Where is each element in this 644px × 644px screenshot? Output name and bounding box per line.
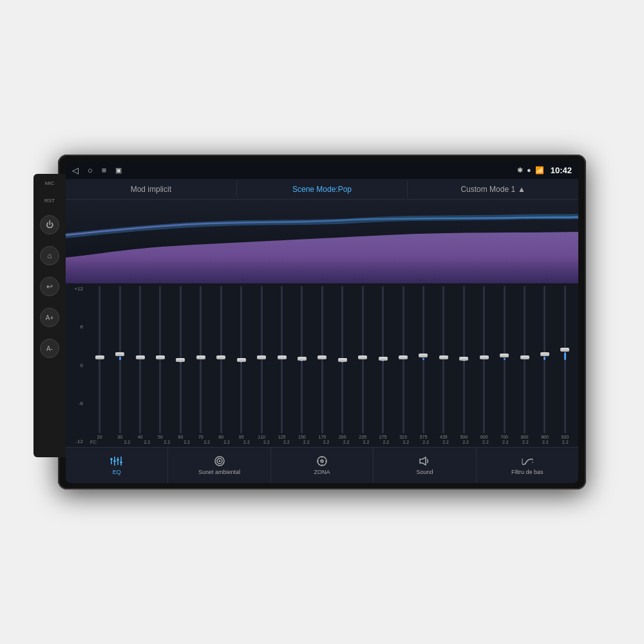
slider-track-375[interactable]	[422, 286, 424, 433]
slider-col-150[interactable]	[292, 286, 311, 433]
slider-handle-700[interactable]	[500, 354, 509, 357]
slider-col-40[interactable]	[131, 286, 149, 433]
slider-track-315[interactable]	[402, 286, 404, 433]
slider-handle-235[interactable]	[358, 355, 367, 359]
slider-col-20[interactable]	[90, 286, 109, 433]
slider-col-860[interactable]	[535, 286, 554, 433]
slider-col-60[interactable]	[171, 286, 190, 433]
vol-up-button[interactable]: A+	[40, 308, 59, 327]
slider-handle-175[interactable]	[317, 355, 327, 359]
slider-col-315[interactable]	[393, 286, 412, 433]
slider-col-235[interactable]	[353, 286, 372, 433]
freq-label-40: 40	[131, 435, 149, 439]
slider-track-920[interactable]	[564, 286, 566, 433]
slider-col-80[interactable]	[212, 286, 231, 433]
slider-handle-70[interactable]	[196, 355, 205, 359]
slider-handle-800[interactable]	[520, 355, 529, 359]
slider-handle-435[interactable]	[439, 355, 448, 359]
slider-col-95[interactable]	[232, 286, 251, 433]
slider-track-80[interactable]	[220, 286, 222, 433]
slider-handle-110[interactable]	[257, 355, 266, 359]
tab-scene-mode[interactable]: Scene Mode:Pop	[237, 181, 408, 198]
slider-col-500[interactable]	[455, 286, 473, 433]
slider-track-70[interactable]	[200, 286, 202, 433]
slider-track-700[interactable]	[504, 286, 506, 433]
nav-zona[interactable]: ZONA	[271, 448, 374, 483]
slider-handle-50[interactable]	[156, 355, 165, 359]
slider-track-275[interactable]	[382, 286, 384, 433]
slider-track-110[interactable]	[261, 286, 263, 433]
slider-col-800[interactable]	[515, 286, 534, 433]
slider-col-700[interactable]	[495, 286, 513, 433]
menu-icon[interactable]: ≡	[102, 166, 107, 175]
slider-col-110[interactable]	[252, 286, 270, 433]
db-label-neg12: -12	[67, 439, 85, 444]
slider-handle-500[interactable]	[459, 357, 468, 361]
q-label-700: 2.2	[496, 440, 515, 444]
svg-point-13	[321, 460, 323, 462]
slider-track-600[interactable]	[483, 286, 485, 433]
slider-handle-275[interactable]	[379, 357, 388, 361]
q-label-30: 2.2	[118, 440, 137, 444]
slider-handle-40[interactable]	[136, 355, 145, 359]
slider-handle-920[interactable]	[560, 348, 569, 352]
screenshot-icon[interactable]: ▣	[115, 166, 122, 175]
slider-col-375[interactable]	[414, 286, 433, 433]
freq-label-30: 30	[110, 435, 129, 439]
slider-track-20[interactable]	[99, 286, 100, 433]
slider-col-50[interactable]	[151, 286, 169, 433]
slider-col-920[interactable]	[556, 286, 574, 433]
slider-track-200[interactable]	[341, 286, 343, 433]
slider-handle-60[interactable]	[176, 358, 185, 362]
tab-mod-implicit[interactable]: Mod implicit	[66, 181, 237, 198]
slider-track-860[interactable]	[544, 286, 545, 433]
slider-handle-30[interactable]	[115, 352, 124, 356]
vol-down-button[interactable]: A-	[40, 339, 59, 358]
slider-handle-200[interactable]	[338, 358, 347, 362]
slider-track-500[interactable]	[463, 286, 465, 433]
nav-sound[interactable]: Sound	[374, 448, 476, 483]
q-label-275: 2.2	[377, 440, 395, 444]
slider-handle-150[interactable]	[298, 357, 307, 361]
slider-col-30[interactable]	[110, 286, 129, 433]
slider-track-435[interactable]	[442, 286, 444, 433]
slider-col-600[interactable]	[475, 286, 493, 433]
slider-col-435[interactable]	[434, 286, 453, 433]
slider-handle-375[interactable]	[419, 354, 428, 357]
slider-handle-860[interactable]	[540, 352, 549, 356]
slider-col-175[interactable]	[313, 286, 332, 433]
freq-label-375: 375	[414, 435, 433, 439]
slider-col-275[interactable]	[374, 286, 392, 433]
back-side-button[interactable]: ↩	[40, 277, 59, 296]
slider-track-175[interactable]	[321, 286, 323, 433]
q-label-150: 2.2	[297, 440, 316, 444]
slider-handle-315[interactable]	[399, 355, 408, 359]
nav-sunet[interactable]: Sunet ambiental	[168, 448, 270, 483]
home-icon[interactable]: ○	[88, 166, 93, 175]
slider-track-60[interactable]	[180, 286, 182, 433]
slider-track-40[interactable]	[139, 286, 141, 433]
slider-track-50[interactable]	[159, 286, 161, 433]
nav-eq[interactable]: EQ	[66, 448, 168, 483]
freq-label-315: 315	[393, 435, 412, 439]
home-side-button[interactable]: ⌂	[40, 246, 59, 265]
slider-track-150[interactable]	[301, 286, 303, 433]
slider-col-200[interactable]	[333, 286, 352, 433]
slider-handle-125[interactable]	[278, 355, 287, 359]
slider-handle-95[interactable]	[237, 358, 246, 362]
freq-label-435: 435	[434, 435, 453, 439]
power-button[interactable]: ⏻	[40, 215, 59, 234]
tab-custom-mode[interactable]: Custom Mode 1 ▲	[408, 181, 578, 198]
slider-track-800[interactable]	[524, 286, 526, 433]
slider-col-125[interactable]	[272, 286, 291, 433]
slider-handle-600[interactable]	[480, 355, 489, 359]
slider-track-30[interactable]	[119, 286, 121, 433]
slider-col-70[interactable]	[191, 286, 210, 433]
slider-handle-20[interactable]	[95, 355, 104, 359]
slider-handle-80[interactable]	[216, 355, 225, 359]
back-icon[interactable]: ◁	[72, 166, 79, 175]
slider-track-235[interactable]	[362, 286, 364, 433]
nav-filtru[interactable]: Filtru de bas	[477, 448, 578, 483]
slider-track-95[interactable]	[240, 286, 242, 433]
slider-track-125[interactable]	[281, 286, 283, 433]
